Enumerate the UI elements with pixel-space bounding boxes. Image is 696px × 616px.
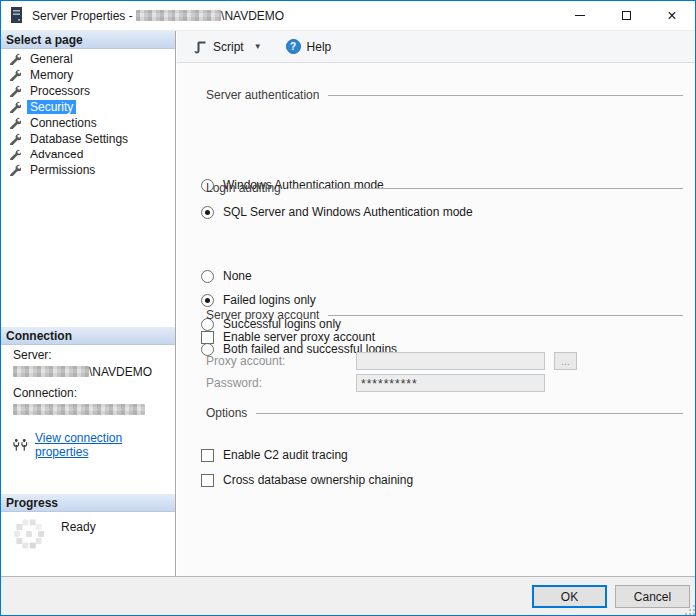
- radio-sql-and-windows-authentication[interactable]: SQL Server and Windows Authentication mo…: [201, 205, 473, 219]
- sidebar-item-advanced[interactable]: Advanced: [1, 147, 175, 162]
- server-label: Server:: [13, 348, 170, 362]
- checkbox-icon: [201, 331, 214, 344]
- radio-none[interactable]: None: [201, 269, 252, 283]
- options-group: Options: [206, 406, 683, 420]
- group-divider: [290, 188, 683, 189]
- chevron-down-icon: ▼: [254, 42, 262, 51]
- maximize-icon: [622, 11, 631, 20]
- wrench-icon: [9, 69, 21, 81]
- checkbox-icon: [201, 449, 214, 462]
- connection-label: Connection:: [13, 386, 170, 400]
- cancel-button[interactable]: Cancel: [615, 585, 690, 608]
- redacted-server-name: [136, 10, 221, 21]
- titlebar: Server Properties - \NAVDEMO ×: [1, 1, 695, 31]
- sidebar-item-memory[interactable]: Memory: [1, 67, 175, 83]
- server-icon: [10, 7, 23, 24]
- security-page-content: Server authentication Windows Authentica…: [177, 63, 695, 576]
- help-icon: ?: [286, 39, 301, 54]
- checkbox-cross-database-ownership-chaining[interactable]: Cross database ownership chaining: [201, 473, 413, 487]
- wrench-icon: [9, 85, 21, 97]
- password-label: Password:: [206, 376, 262, 390]
- sidebar-item-database-settings[interactable]: Database Settings: [1, 131, 175, 147]
- progress-panel: Ready: [11, 516, 170, 552]
- footer: OK Cancel: [1, 576, 695, 615]
- select-a-page-header: Select a page: [1, 31, 175, 49]
- login-auditing-group: Login auditing: [206, 181, 683, 195]
- server-authentication-group: Server authentication: [206, 88, 683, 102]
- progress-spinner-icon: [11, 516, 47, 552]
- connection-value: [13, 403, 170, 417]
- server-properties-dialog: Server Properties - \NAVDEMO × Select a …: [0, 0, 696, 616]
- window-title: Server Properties - \NAVDEMO: [32, 9, 284, 23]
- proxy-account-field[interactable]: [356, 352, 545, 370]
- sidebar-item-security[interactable]: Security: [1, 99, 175, 115]
- script-button[interactable]: Script ▼: [187, 36, 268, 58]
- group-divider: [328, 315, 683, 316]
- group-divider: [328, 95, 683, 96]
- toolbar: Script ▼ ? Help: [177, 31, 695, 63]
- checkbox-icon: [201, 474, 214, 487]
- checkbox-enable-server-proxy-account[interactable]: Enable server proxy account: [201, 330, 375, 344]
- redacted-connection-name: [13, 404, 145, 415]
- progress-status: Ready: [61, 520, 96, 534]
- view-connection-properties-link[interactable]: View connection properties: [35, 431, 170, 459]
- minimize-icon: [575, 15, 585, 16]
- page-list: General Memory Processors Security Conne…: [1, 51, 175, 178]
- radio-icon: [201, 294, 214, 307]
- progress-header: Progress: [1, 494, 175, 512]
- wrench-icon: [9, 133, 21, 145]
- ok-button[interactable]: OK: [532, 585, 607, 608]
- sidebar-item-general[interactable]: General: [1, 51, 175, 67]
- connection-panel: Server: \NAVDEMO Connection: View connec…: [13, 348, 170, 459]
- help-button[interactable]: ? Help: [280, 35, 338, 58]
- close-button[interactable]: ×: [649, 1, 695, 30]
- checkbox-enable-c2-audit-tracing[interactable]: Enable C2 audit tracing: [201, 448, 348, 462]
- sidebar-item-permissions[interactable]: Permissions: [1, 162, 175, 178]
- sidebar: Select a page General Memory Processors …: [1, 31, 176, 576]
- script-icon: [193, 40, 207, 54]
- wrench-icon: [9, 149, 21, 160]
- redacted-server-name: [13, 366, 89, 377]
- main-pane: Script ▼ ? Help Server authentication Wi…: [177, 31, 695, 576]
- radio-icon: [201, 206, 214, 219]
- browse-button[interactable]: ...: [554, 352, 577, 370]
- wrench-icon: [9, 53, 21, 65]
- wrench-icon: [9, 164, 21, 176]
- wrench-icon: [9, 117, 21, 129]
- proxy-account-label: Proxy account:: [206, 354, 285, 368]
- maximize-button[interactable]: [603, 1, 649, 30]
- minimize-button[interactable]: [557, 1, 603, 30]
- group-divider: [256, 413, 683, 414]
- password-field[interactable]: **********: [356, 374, 545, 392]
- radio-icon: [201, 270, 214, 283]
- resize-grip[interactable]: [689, 609, 691, 611]
- help-button-label: Help: [307, 40, 332, 54]
- connection-properties-icon: [13, 439, 28, 452]
- radio-failed-logins-only[interactable]: Failed logins only: [201, 293, 316, 307]
- sidebar-item-processors[interactable]: Processors: [1, 83, 175, 99]
- sidebar-item-connections[interactable]: Connections: [1, 115, 175, 131]
- connection-header: Connection: [1, 327, 175, 345]
- server-proxy-account-group: Server proxy account: [206, 308, 683, 322]
- wrench-icon: [9, 101, 21, 113]
- close-icon: ×: [667, 8, 676, 24]
- script-button-label: Script: [213, 40, 244, 54]
- server-value: \NAVDEMO: [13, 365, 170, 379]
